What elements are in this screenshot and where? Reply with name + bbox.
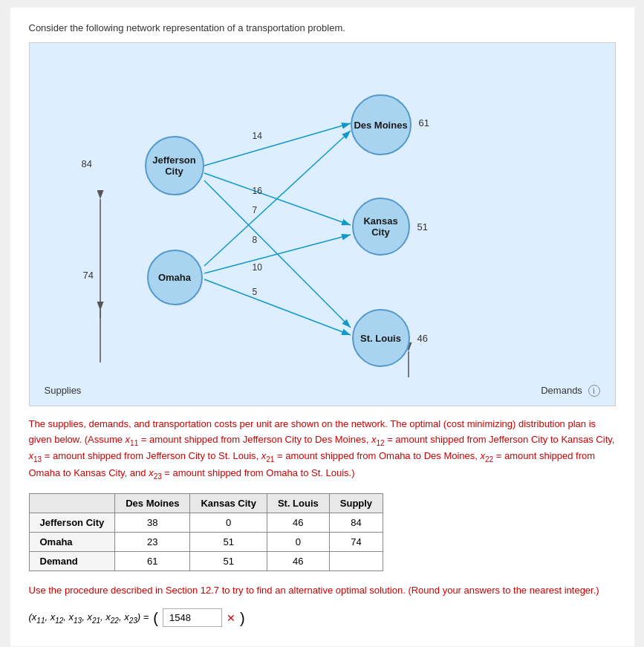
edge-label-j-sl: 7 [253, 205, 258, 215]
table-row-demand: Demand 61 51 46 [29, 551, 383, 570]
label-des-moines-demand: 61 [419, 117, 429, 129]
label-st-louis-demand: 46 [417, 333, 428, 344]
edge-label-j-dm: 14 [253, 131, 262, 141]
svg-line-4 [204, 181, 351, 328]
node-des-moines: Des Moines [351, 94, 412, 155]
transport-table: Des Moines Kansas City St. Louis Supply … [29, 493, 384, 571]
cell-j-dm: 38 [115, 513, 190, 532]
answer-row: (x11, x12, x13, x21, x22, x23) = ( ✕ ) [29, 608, 616, 627]
network-diagram: JeffersonCity 84 Omaha 74 Des Moines 61 … [29, 42, 616, 406]
cell-demand-kc: 51 [190, 551, 267, 570]
instruction-text: Use the procedure described in Section 1… [29, 583, 616, 599]
cell-j-kc: 0 [190, 513, 267, 532]
label-omaha-supply: 74 [83, 270, 94, 281]
cell-j-sl: 46 [267, 513, 329, 532]
col-header-kansas-city: Kansas City [190, 493, 267, 513]
answer-input[interactable] [163, 608, 222, 627]
edge-label-o-sl: 5 [253, 287, 258, 297]
cell-o-dm: 23 [115, 532, 190, 551]
intro-text: Consider the following network represent… [29, 22, 616, 33]
col-header-st-louis: St. Louis [267, 493, 329, 513]
demands-label: Demands i [541, 385, 599, 397]
svg-line-2 [204, 123, 351, 166]
cell-o-supply: 74 [329, 532, 383, 551]
node-omaha: Omaha [147, 250, 203, 305]
cell-o-sl: 0 [267, 532, 329, 551]
supplies-label: Supplies [45, 385, 82, 397]
description-text: The supplies, demands, and transportatio… [29, 417, 616, 483]
edge-label-o-kc: 10 [253, 262, 262, 273]
answer-label: (x11, x12, x13, x21, x22, x23) = [29, 611, 149, 625]
cell-demand-sl: 46 [267, 551, 329, 570]
col-header-supply: Supply [329, 493, 383, 513]
close-paren: ) [240, 611, 245, 625]
col-header-empty [29, 493, 115, 513]
row-label-demand: Demand [29, 551, 115, 570]
bottom-labels: Supplies Demands i [30, 385, 615, 397]
label-jefferson-supply: 84 [82, 158, 92, 169]
table-row-jefferson: Jefferson City 38 0 46 84 [29, 513, 383, 532]
edge-label-o-dm: 8 [253, 235, 258, 245]
cell-o-kc: 51 [190, 532, 267, 551]
clear-button[interactable]: ✕ [227, 612, 235, 624]
svg-line-6 [204, 235, 351, 273]
label-kansas-city-demand: 51 [417, 221, 428, 233]
cell-demand-dm: 61 [115, 551, 190, 570]
row-label-omaha: Omaha [29, 532, 115, 551]
node-kansas-city: KansasCity [352, 198, 410, 256]
svg-line-5 [204, 131, 351, 266]
edge-label-j-kc: 16 [253, 186, 262, 196]
node-jefferson: JeffersonCity [145, 136, 204, 195]
col-header-des-moines: Des Moines [115, 493, 190, 513]
svg-line-7 [204, 279, 351, 335]
cell-j-supply: 84 [329, 513, 383, 532]
node-st-louis: St. Louis [352, 309, 410, 367]
svg-line-3 [204, 173, 351, 225]
network-svg [30, 43, 615, 406]
info-icon[interactable]: i [588, 385, 600, 397]
row-label-jefferson: Jefferson City [29, 513, 115, 532]
table-row-omaha: Omaha 23 51 0 74 [29, 532, 383, 551]
page: Consider the following network represent… [10, 7, 634, 646]
open-paren: ( [153, 611, 158, 625]
cell-demand-empty [329, 551, 383, 570]
